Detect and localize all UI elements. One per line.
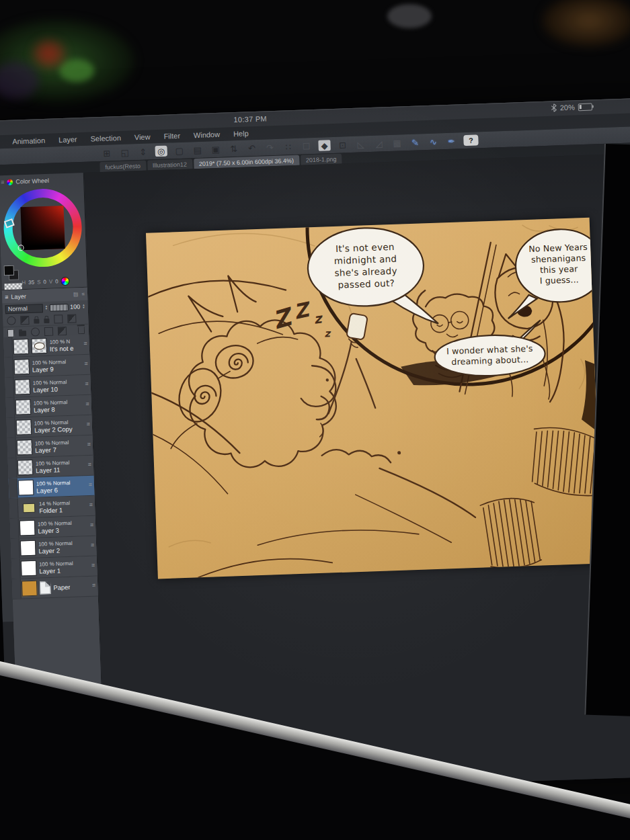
sv-cursor[interactable] bbox=[17, 245, 24, 251]
layer-row-3[interactable]: 100 % NormalLayer 3 ≡ bbox=[10, 516, 96, 539]
menu-item-view[interactable]: View bbox=[134, 132, 151, 141]
blend-stepper[interactable]: ▲▼ bbox=[45, 305, 48, 310]
layer-row-2[interactable]: 100 % NormalLayer 2 ≡ bbox=[11, 536, 97, 559]
open-file-icon[interactable]: ▤ bbox=[191, 144, 204, 156]
select-area-icon[interactable]: ☐ bbox=[300, 140, 313, 152]
ambient-blob-brown bbox=[542, 0, 630, 47]
folder-icon bbox=[23, 503, 35, 513]
snap-icon[interactable]: ∷ bbox=[282, 141, 294, 153]
ambient-blob-gray bbox=[387, 4, 432, 28]
shade-icon[interactable]: ◿ bbox=[372, 138, 385, 149]
draft-icon[interactable] bbox=[67, 314, 76, 323]
menu-item-animation[interactable]: Animation bbox=[12, 136, 45, 146]
hsv-readout: H 35 S 0 V 0 bbox=[22, 277, 70, 287]
sleep-z3: z bbox=[313, 310, 324, 327]
layer-row-its-not-e[interactable]: 100 % NIt's not e ≡ bbox=[3, 335, 89, 358]
help-icon[interactable]: ? bbox=[463, 134, 479, 146]
transform-icon[interactable]: ⊡ bbox=[336, 139, 349, 151]
hsv-h-value: 35 bbox=[28, 280, 34, 286]
mesh-icon[interactable]: ▦ bbox=[391, 137, 403, 149]
color-wheel-icon bbox=[7, 179, 13, 185]
color-mode-icon[interactable] bbox=[61, 277, 69, 286]
hsv-v-label: V bbox=[49, 279, 53, 285]
foreground-background-swatches[interactable] bbox=[4, 265, 19, 279]
layer-row-folder-1[interactable]: ▶ 14 % NormalFolder 1 ≡ bbox=[9, 496, 95, 519]
opacity-stepper[interactable]: ▲▼ bbox=[82, 304, 85, 309]
battery-icon bbox=[578, 103, 592, 111]
pen-icon[interactable]: ✎ bbox=[409, 136, 422, 148]
transparent-swatch[interactable] bbox=[4, 283, 22, 290]
foreground-swatch[interactable] bbox=[4, 265, 15, 276]
battery-percent: 20% bbox=[560, 103, 575, 112]
lock-transparent-icon[interactable] bbox=[44, 319, 49, 323]
layer-panel-menu-icon[interactable]: ≡ bbox=[5, 293, 9, 300]
layer-row-8[interactable]: 100 % NormalLayer 8 ≡ bbox=[5, 395, 91, 418]
opacity-value: 100 bbox=[70, 303, 80, 310]
artwork-canvas[interactable]: Z Z z z It's not even midnight and she's… bbox=[146, 218, 602, 579]
apply-icon[interactable] bbox=[44, 327, 53, 336]
panel-collapse-icon[interactable]: ≡ bbox=[1, 179, 5, 185]
mask-icon[interactable] bbox=[31, 327, 40, 336]
bubble1-line1: It's not even bbox=[336, 241, 395, 254]
layer-row-11[interactable]: 100 % NormalLayer 11 ≡ bbox=[8, 456, 94, 478]
workspace-grid-icon[interactable]: ⊞ bbox=[101, 147, 114, 159]
tone-icon[interactable] bbox=[20, 316, 29, 325]
redo-icon[interactable]: ↷ bbox=[264, 142, 276, 153]
bubble1-line3: she's already bbox=[334, 265, 397, 278]
menu-item-selection[interactable]: Selection bbox=[90, 134, 121, 143]
menu-item-filter[interactable]: Filter bbox=[163, 132, 180, 140]
ambient-blob-green-bright bbox=[59, 59, 94, 82]
new-folder-icon[interactable] bbox=[19, 331, 26, 336]
lock-icon[interactable] bbox=[34, 319, 39, 323]
hsv-s-value: 0 bbox=[43, 279, 46, 285]
gradient-icon[interactable]: ◺ bbox=[354, 138, 367, 150]
blend-mode-select[interactable]: Normal bbox=[5, 304, 43, 314]
zoom-stepper-icon[interactable]: ⇕ bbox=[136, 146, 149, 158]
navigate-icon[interactable]: ◎ bbox=[155, 146, 167, 157]
curve-icon[interactable]: ∿ bbox=[427, 136, 440, 147]
delete-layer-icon[interactable] bbox=[78, 327, 85, 334]
brush-icon[interactable]: ✒ bbox=[445, 136, 458, 147]
bubble1-line4: passed out? bbox=[338, 278, 395, 290]
new-file-icon[interactable]: ▢ bbox=[173, 145, 186, 157]
saturation-value-square[interactable] bbox=[20, 206, 65, 250]
hsv-s-label: S bbox=[37, 279, 41, 285]
layer-list: 100 % NIt's not e ≡ 100 % NormalLayer 9 … bbox=[3, 335, 98, 599]
clip-icon[interactable] bbox=[7, 317, 15, 325]
hsv-h-label: H bbox=[22, 280, 26, 286]
merge-icon[interactable] bbox=[58, 327, 67, 335]
opacity-slider[interactable] bbox=[50, 303, 68, 311]
eraser-icon[interactable]: ◆ bbox=[318, 140, 331, 151]
layer-row-6-selected[interactable]: 100 % NormalLayer 6 ≡ bbox=[9, 476, 95, 499]
sleep-z4: z bbox=[324, 327, 332, 339]
layer-row-2-copy[interactable]: 100 % NormalLayer 2 Copy ≡ bbox=[6, 415, 92, 438]
layer-row-7[interactable]: 100 % NormalLayer 7 ≡ bbox=[7, 435, 93, 458]
sleep-z2: Z bbox=[292, 297, 314, 324]
rotate-canvas-icon[interactable]: ◱ bbox=[118, 146, 131, 158]
menu-item-help[interactable]: Help bbox=[233, 129, 249, 138]
color-wheel-panel: ≡ Color Wheel bbox=[0, 173, 87, 290]
bubble1-line2: midnight and bbox=[334, 253, 397, 266]
bubble2-line2: shenanigans bbox=[531, 253, 586, 265]
layer-panel-option-icon[interactable]: ▤ bbox=[73, 291, 79, 297]
layer-panel-grip-icon[interactable]: ≡ bbox=[81, 291, 85, 297]
layer-row-1[interactable]: 100 % NormalLayer 1 ≡ bbox=[11, 556, 97, 579]
ref-icon[interactable] bbox=[54, 314, 63, 323]
layer-row-paper[interactable]: Paper ≡ bbox=[12, 577, 98, 599]
order-icon[interactable]: ⇅ bbox=[227, 143, 240, 155]
layer-row-10[interactable]: 100 % NormalLayer 10 ≡ bbox=[5, 375, 91, 398]
new-layer-icon[interactable] bbox=[7, 329, 14, 337]
bubble2-line4: I guess... bbox=[539, 274, 579, 286]
layer-row-9[interactable]: 100 % NormalLayer 9 ≡ bbox=[4, 355, 90, 378]
menu-item-window[interactable]: Window bbox=[194, 130, 221, 139]
bubble2-line1: No New Years bbox=[528, 242, 588, 254]
ambient-blob-red bbox=[32, 39, 66, 69]
bluetooth-icon[interactable] bbox=[551, 103, 557, 112]
undo-icon[interactable]: ↶ bbox=[245, 142, 258, 154]
hsv-v-value: 0 bbox=[55, 278, 58, 284]
paper-color-swatch bbox=[22, 581, 38, 597]
color-wheel-title: Color Wheel bbox=[15, 177, 49, 185]
save-file-icon[interactable]: ▣ bbox=[209, 144, 222, 155]
photo-background: 10:37 PM 20% ry Animation Layer Selectio… bbox=[0, 0, 630, 840]
menu-item-layer[interactable]: Layer bbox=[58, 135, 77, 144]
